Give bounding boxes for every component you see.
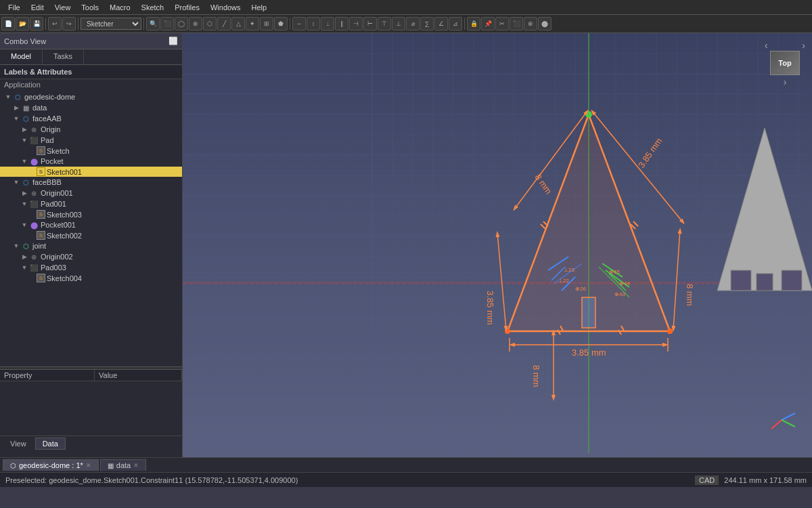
tree-item-sketch[interactable]: ▶ S Sketch (0, 146, 182, 156)
nav-left-arrow[interactable]: ‹ (765, 40, 768, 51)
nav-down-arrow[interactable]: › (784, 77, 787, 87)
tree-arrow-data[interactable]: ▶ (12, 104, 20, 111)
tb-save[interactable]: 💾 (30, 17, 43, 30)
tree-arrow-pad001[interactable]: ▼ (20, 200, 28, 207)
tb-btn-17[interactable]: ⊤ (378, 17, 391, 30)
statusbar-right: CAD 244.11 mm x 171.58 mm (695, 475, 807, 485)
tree-arrow-pocket[interactable]: ▼ (20, 158, 28, 165)
menu-edit[interactable]: Edit (26, 2, 49, 13)
nav-cube-box[interactable]: Top (770, 51, 800, 75)
tb-btn-24[interactable]: 📌 (481, 17, 495, 30)
tree-item-faceBBB[interactable]: ▼ ⬡ faceBBB (0, 177, 182, 188)
tab-data[interactable]: ▦ data ✕ (100, 459, 146, 471)
constraint-label-2: ⊥22 (558, 278, 569, 284)
menu-macro[interactable]: Macro (104, 2, 136, 13)
tree-item-pad003[interactable]: ▼ ⬛ Pad003 (0, 262, 182, 273)
tree-item-origin001[interactable]: ▶ ⊕ Origin001 (0, 188, 182, 198)
tb-btn-21[interactable]: ∠ (434, 17, 448, 30)
tb-btn-27[interactable]: ⊕ (524, 17, 537, 30)
viewport[interactable]: ⊥23 ⊥22 ⊕26 ⊕65 ⊕44 ⊕43 3.85 mm 8 mm 8 m… (183, 33, 812, 457)
nav-right-arrow[interactable]: › (802, 40, 805, 51)
tree-arrow-faceBBB[interactable]: ▼ (12, 179, 20, 186)
tree-item-sketch003[interactable]: ▶ S Sketch003 (0, 209, 182, 219)
tree-item-pad[interactable]: ▼ ⬛ Pad (0, 135, 182, 146)
label-sketch: Sketch (47, 147, 70, 155)
tree-item-faceAAB[interactable]: ▼ ⬡ faceAAB (0, 113, 182, 124)
tb-btn-3[interactable]: ◯ (175, 17, 188, 30)
menu-file[interactable]: File (3, 2, 26, 13)
tree-item-sketch002[interactable]: ▶ S Sketch002 (0, 230, 182, 240)
tb-btn-10[interactable]: ⬟ (274, 17, 288, 30)
tab-data-close[interactable]: ✕ (133, 462, 139, 469)
prop-tab-view[interactable]: View (3, 438, 34, 450)
tb-btn-12[interactable]: ↕ (307, 17, 320, 30)
tree-item-data[interactable]: ▶ ▦ data (0, 102, 182, 113)
tree-arrow-pocket001[interactable]: ▼ (20, 221, 28, 228)
tree-arrow-pad003[interactable]: ▼ (20, 264, 28, 271)
left-panel: Combo View ⬜ Model Tasks Labels & Attrib… (0, 33, 183, 457)
tb-btn-28[interactable]: ⬤ (538, 17, 551, 30)
tree-arrow-geodesic-dome[interactable]: ▼ (4, 93, 12, 100)
tb-btn-18[interactable]: ⊥ (392, 17, 405, 30)
menu-help[interactable]: Help (246, 2, 273, 13)
tree-item-geodesic-dome[interactable]: ▼ ⬡ geodesic-dome (0, 91, 182, 102)
menu-tools[interactable]: Tools (76, 2, 104, 13)
combo-view-expand[interactable]: ⬜ (168, 37, 178, 45)
tb-btn-25[interactable]: ✂ (495, 17, 509, 30)
tb-btn-4[interactable]: ⊕ (189, 17, 202, 30)
tree-item-pad001[interactable]: ▼ ⬛ Pad001 (0, 198, 182, 209)
tb-new[interactable]: 📄 (1, 17, 15, 30)
tree-item-joint[interactable]: ▼ ⬡ joint (0, 240, 182, 251)
tb-btn-19[interactable]: ⌀ (406, 17, 420, 30)
tree-arrow-joint[interactable]: ▼ (12, 242, 20, 249)
tb-undo[interactable]: ↩ (48, 17, 62, 30)
menu-windows[interactable]: Windows (205, 2, 246, 13)
tb-open[interactable]: 📂 (16, 17, 29, 30)
tb-btn-22[interactable]: ⊿ (449, 17, 462, 30)
tb-btn-6[interactable]: ╱ (217, 17, 231, 30)
tree-item-pocket[interactable]: ▼ ⬤ Pocket (0, 156, 182, 167)
tree-item-sketch004[interactable]: ▶ S Sketch004 (0, 273, 182, 283)
menu-view[interactable]: View (49, 2, 76, 13)
tab-geodesic[interactable]: ⬡ geodesic-dome : 1* ✕ (3, 459, 99, 471)
tree-arrow-origin001[interactable]: ▶ (20, 190, 28, 196)
gray-notch-right (782, 270, 802, 291)
tb-btn-8[interactable]: ✦ (246, 17, 259, 30)
tb-btn-9[interactable]: ⊞ (260, 17, 273, 30)
tb-btn-5[interactable]: ⬡ (203, 17, 217, 30)
menu-sketch[interactable]: Sketch (136, 2, 170, 13)
tree-arrow-faceAAB[interactable]: ▼ (12, 115, 20, 122)
tab-tasks[interactable]: Tasks (43, 49, 84, 64)
tree-item-origin002[interactable]: ▶ ⊕ Origin002 (0, 251, 182, 262)
tb-btn-2[interactable]: ⬛ (160, 17, 174, 30)
tab-model[interactable]: Model (0, 49, 43, 64)
property-header: Property Value (0, 370, 182, 381)
tb-btn-23[interactable]: 🔒 (467, 17, 480, 30)
tb-btn-1[interactable]: 🔍 (146, 17, 160, 30)
dim-label-bottom: 3.85 mm (572, 347, 606, 358)
tree-item-pocket001[interactable]: ▼ ⬤ Pocket001 (0, 219, 182, 230)
property-tabs: View Data (0, 436, 182, 451)
tb-btn-20[interactable]: ∑ (420, 17, 434, 30)
tb-btn-11[interactable]: ↔ (292, 17, 306, 30)
tree-arrow-pad[interactable]: ▼ (20, 137, 28, 144)
gray-hole (757, 274, 773, 291)
tree-arrow-origin002[interactable]: ▶ (20, 253, 28, 260)
model-tree[interactable]: ▼ ⬡ geodesic-dome ▶ ▦ data ▼ ⬡ faceAAB (0, 90, 182, 366)
tb-btn-26[interactable]: ⬛ (510, 17, 523, 30)
tb-btn-15[interactable]: ⊣ (349, 17, 363, 30)
tree-arrow-origin[interactable]: ▶ (20, 126, 28, 133)
tb-redo[interactable]: ↪ (62, 17, 76, 30)
tab-geodesic-close[interactable]: ✕ (86, 462, 91, 469)
tb-btn-14[interactable]: ∥ (335, 17, 348, 30)
tb-btn-13[interactable]: ⟂ (321, 17, 334, 30)
tb-btn-16[interactable]: ⊢ (363, 17, 377, 30)
tb-btn-7[interactable]: △ (231, 17, 245, 30)
prop-tab-data[interactable]: Data (35, 438, 66, 450)
nav-cube[interactable]: ‹ › Top › (765, 40, 805, 87)
tree-item-sketch001[interactable]: ▶ S Sketch001 (0, 167, 182, 177)
workbench-selector[interactable]: Sketcher (81, 18, 141, 30)
dim-label-bottom-v: 8 mm (531, 365, 541, 387)
tree-item-origin[interactable]: ▶ ⊕ Origin (0, 124, 182, 135)
menu-profiles[interactable]: Profiles (169, 2, 205, 13)
